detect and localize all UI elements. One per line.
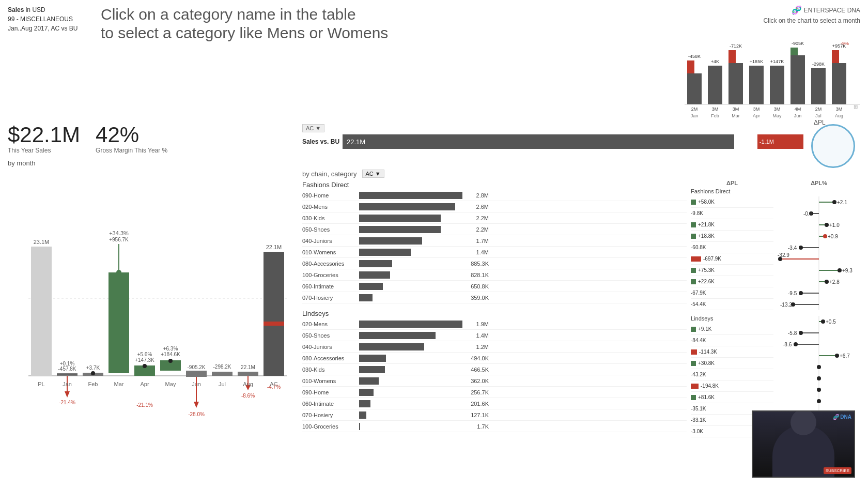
table-row[interactable]: 060-Intimate 650.8K [302,281,687,292]
svg-text:3M: 3M [774,106,781,112]
table-row[interactable]: 040-Juniors 1.7M [302,235,687,247]
subscribe-badge: SUBSCRIBE [824,467,851,474]
waterfall-chart: 23.1M PL -457.8K +0.1% -21.4% Jan +3.7K [8,169,297,483]
svg-text:-905K: -905K [792,41,804,46]
svg-text:Mar: Mar [732,113,740,118]
bar-aug-dark [832,63,846,104]
table-row[interactable]: 040-Juniors 1.2M [302,341,687,353]
title-line1: Click on a category name in the table [101,5,679,24]
svg-text:-8.6%: -8.6% [241,393,255,399]
fd-dot-chart: +2.1 -0.4 +1.0 +0.9 [778,196,860,310]
svg-point-116 [817,388,821,392]
svg-point-103 [821,319,825,324]
monthly-chart-svg: -458K 2M Jan +4K 3M Feb -712K 3M Mar [685,27,860,120]
table-row[interactable]: 080-Accessories 885.3K [302,258,687,269]
svg-point-109 [794,342,798,346]
person-silhouette-head [791,410,816,435]
bar-feb-dark [708,66,722,104]
svbu-delta-bar: -1.1M [757,134,803,149]
dpl-val: +30.8K [698,360,715,366]
table-row[interactable]: 060-Intimate 201.6K [302,398,687,409]
svg-text:+147.3K: +147.3K [135,357,154,363]
table-row[interactable]: 030-Kids 2.2M [302,212,687,224]
svg-text:-9%: -9% [841,41,849,46]
svg-text:-298.2K: -298.2K [213,364,231,370]
dpl-val: -194.8K [701,383,719,389]
svg-point-50 [168,359,173,363]
kpi-sales-label: This Year Sales [8,147,51,154]
svg-text:Jan: Jan [691,113,699,118]
video-person: 🧬 DNA SUBSCRIBE [753,411,854,477]
sales-bold-label: Sales [8,6,24,13]
waterfall-svg: 23.1M PL -457.8K +0.1% -21.4% Jan +3.7K [8,169,297,479]
svg-text:-458K: -458K [688,54,701,59]
svg-text:-298K: -298K [812,62,825,67]
table-row[interactable]: 070-Hosiery 127.1K [302,409,687,421]
dpl-val: -43.2K [691,372,706,377]
svbu-main-bar: 22.1M [343,134,734,149]
top-right-chart: -458K 2M Jan +4K 3M Feb -712K 3M Mar [679,27,860,120]
dpl-row: +18.8K [691,231,773,242]
table-row[interactable]: 100-Groceries 828.1K [302,269,687,281]
table-row[interactable]: 010-Womens 362.0K [302,375,687,387]
svg-text:-21.1%: -21.1% [136,402,153,408]
svg-text:3M: 3M [836,106,843,112]
dna-watermark: 🧬 DNA [833,414,851,420]
by-chain-label: by chain, category [302,170,357,178]
dpl-val: -67.9K [691,290,706,296]
dpl-val: -3.0K [691,429,703,434]
svg-text:3M: 3M [733,106,739,112]
bar-jan-dark [687,73,702,104]
sales-info-line1: Sales in USD [8,5,90,14]
table-row[interactable]: 100-Groceries 1.7K [302,421,687,432]
table-row[interactable]: 050-Shoes 1.4M [302,330,687,341]
expand-icon[interactable]: ⊞ [854,104,858,110]
bar-may-dark [770,66,784,104]
svg-text:4M: 4M [795,106,801,112]
table-row[interactable]: 090-Home 2.8M [302,190,687,201]
ac-dropdown-chain[interactable]: AC ▼ [362,170,384,178]
svg-point-117 [817,399,821,403]
dpl-row: -67.9K [691,287,773,299]
svg-text:2M: 2M [691,106,698,112]
dpl-val: -114.3K [699,349,717,355]
table-row[interactable]: 070-Hosiery 359.0K [302,292,687,303]
fashions-direct-name: Fashions Direct [302,181,687,189]
neg-large-indicator [691,256,701,262]
svg-text:-21.4%: -21.4% [59,400,75,405]
svg-text:+34.3%: +34.3% [109,230,129,236]
dpl-row: +30.8K [691,358,773,369]
apl-circle [811,124,855,168]
pos-indicator [691,279,696,284]
fashions-direct-rows: 090-Home 2.8M 020-Mens 2.6M 030-Kids [302,190,687,303]
svg-point-90 [838,268,842,272]
svg-text:May: May [165,381,176,387]
ac-dropdown-svbu[interactable]: AC ▼ [302,124,324,132]
svg-marker-55 [194,402,199,408]
table-row[interactable]: 090-Home 256.7K [302,387,687,398]
bar-pl [31,247,52,376]
neg-indicator [691,349,697,355]
table-row[interactable]: 050-Shoes 2.2M [302,224,687,235]
dpl-val: +81.6K [698,394,715,400]
svg-text:23.1M: 23.1M [34,239,50,245]
svg-text:+147K: +147K [770,59,784,64]
table-row[interactable]: 020-Mens 2.6M [302,201,687,212]
table-row[interactable]: 010-Womens 1.4M [302,247,687,258]
table-row[interactable]: 080-Accessories 494.0K [302,353,687,364]
svg-text:22.1M: 22.1M [241,364,255,370]
svbu-main-value: 22.1M [347,138,365,146]
svg-text:-457.8K: -457.8K [58,366,76,372]
pos-indicator [691,268,696,273]
table-row[interactable]: 020-Mens 1.9M [302,318,687,330]
bar-mar-red [729,50,736,63]
svg-text:+9.3: +9.3 [842,268,853,273]
title-line2: to select a category like Mens or Womens [101,24,679,42]
main-title: Click on a category name in the table to… [90,5,679,42]
apl-label: ΔPL [814,119,826,126]
svg-text:3M: 3M [712,106,719,112]
dna-icon: 🧬 [792,5,802,15]
bar-jul-dark [811,68,826,104]
main-container: Sales in USD 99 - MISCELLANEOUS Jan..Aug… [0,0,868,488]
table-row[interactable]: 030-Kids 466.5K [302,364,687,375]
